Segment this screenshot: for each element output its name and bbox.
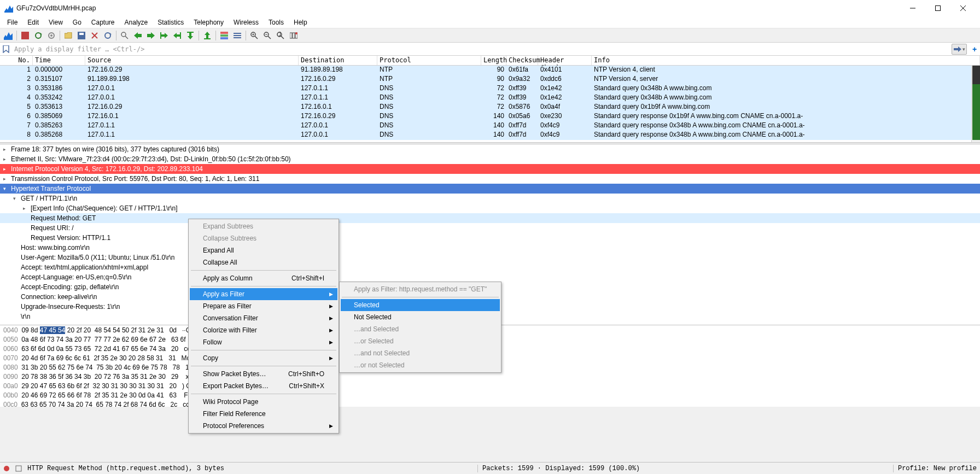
- ctx-wiki-protocol[interactable]: Wiki Protocol Page: [190, 396, 337, 408]
- menu-edit[interactable]: Edit: [22, 17, 44, 27]
- save-file-icon[interactable]: [75, 30, 88, 42]
- detail-request-method[interactable]: Request Method: GET: [0, 213, 980, 223]
- detail-tcp[interactable]: ▸Transmission Control Protocol, Src Port…: [0, 174, 980, 184]
- ctx-apply-column[interactable]: Apply as ColumnCtrl+Shift+I: [190, 272, 337, 284]
- menu-telephony[interactable]: Telephony: [189, 17, 229, 27]
- detail-user-agent[interactable]: User-Agent: Mozilla/5.0 (X11; Ubuntu; Li…: [0, 253, 980, 262]
- go-first-icon[interactable]: [171, 30, 183, 42]
- ctx-copy[interactable]: Copy▶: [190, 352, 337, 364]
- capture-file-icon[interactable]: [15, 465, 22, 472]
- packet-list[interactable]: 10.000000172.16.0.2991.189.89.198NTP900x…: [0, 66, 980, 142]
- column-header-protocol[interactable]: Protocol: [377, 56, 481, 65]
- display-filter-input[interactable]: [12, 43, 952, 55]
- ctx-protocol-prefs[interactable]: Protocol Preferences▶: [190, 420, 337, 432]
- filter-apply-button[interactable]: ▾: [952, 44, 967, 55]
- colorize-icon[interactable]: [218, 30, 230, 42]
- menu-file[interactable]: File: [2, 17, 22, 27]
- detail-ethernet[interactable]: ▸Ethernet II, Src: VMware_7f:23:d4 (00:0…: [0, 154, 980, 164]
- packet-row[interactable]: 70.385263127.0.1.1127.0.0.1DNS1400xff7d0…: [0, 121, 980, 131]
- zoom-out-icon[interactable]: [261, 30, 273, 42]
- svg-point-13: [121, 32, 126, 37]
- svg-text:1: 1: [278, 32, 282, 38]
- svg-rect-18: [204, 38, 211, 39]
- ctx2-selected[interactable]: Selected: [341, 299, 500, 311]
- menu-statistics[interactable]: Statistics: [153, 17, 189, 27]
- menu-wireless[interactable]: Wireless: [229, 17, 264, 27]
- auto-scroll-icon[interactable]: [201, 30, 213, 42]
- packet-row[interactable]: 40.353242127.0.0.1127.0.1.1DNS720xff390x…: [0, 93, 980, 103]
- minimize-button[interactable]: [900, 0, 925, 16]
- packet-row[interactable]: 30.353186127.0.0.1127.0.1.1DNS720xff390x…: [0, 84, 980, 93]
- ctx-show-packet-bytes[interactable]: Show Packet Bytes…Ctrl+Shift+O: [190, 368, 337, 380]
- packet-row[interactable]: 20.31510791.189.89.198172.16.0.29NTP900x…: [0, 75, 980, 84]
- detail-accept-language[interactable]: Accept-Language: en-US,en;q=0.5\r\n: [0, 272, 980, 282]
- zoom-reset-icon[interactable]: 1: [275, 30, 287, 42]
- detail-accept[interactable]: Accept: text/html,application/xhtml+xml,…: [0, 262, 980, 272]
- ctx-conversation-filter[interactable]: Conversation Filter▶: [190, 312, 337, 324]
- svg-rect-15: [160, 32, 161, 39]
- start-capture-icon[interactable]: [2, 30, 14, 42]
- menu-separator: [191, 394, 336, 394]
- window-title: GFu7zOvVdtbUMrHH.pcap: [16, 4, 900, 12]
- ctx-follow[interactable]: Follow▶: [190, 336, 337, 348]
- ctx2-not-selected[interactable]: Not Selected: [341, 311, 500, 323]
- find-packet-icon[interactable]: [119, 30, 131, 42]
- column-header-info[interactable]: Info: [592, 56, 980, 65]
- maximize-button[interactable]: [925, 0, 950, 16]
- detail-host[interactable]: Host: www.bing.com\r\n: [0, 243, 980, 253]
- expert-indicator-icon[interactable]: [3, 465, 10, 472]
- ctx-export-packet-bytes[interactable]: Export Packet Bytes…Ctrl+Shift+X: [190, 380, 337, 392]
- ctx-expand-all[interactable]: Expand All: [190, 244, 337, 256]
- go-to-packet-icon[interactable]: [158, 30, 170, 42]
- autoscroll-live-icon[interactable]: [231, 30, 243, 42]
- detail-request-uri[interactable]: Request URI: /: [0, 223, 980, 233]
- resize-columns-icon[interactable]: [288, 30, 300, 42]
- detail-ip[interactable]: ▸Internet Protocol Version 4, Src: 172.1…: [0, 164, 980, 174]
- packet-row[interactable]: 50.353613172.16.0.29172.16.0.1DNS720x587…: [0, 103, 980, 112]
- svg-rect-40: [16, 466, 21, 471]
- menu-tools[interactable]: Tools: [264, 17, 289, 27]
- zoom-in-icon[interactable]: [248, 30, 260, 42]
- filter-bookmark-icon[interactable]: [0, 43, 12, 55]
- ctx-apply-filter[interactable]: Apply as Filter▶: [190, 288, 337, 300]
- stop-capture-icon[interactable]: [19, 30, 31, 42]
- reload-icon[interactable]: [102, 30, 114, 42]
- column-header-destination[interactable]: Destination: [299, 56, 377, 65]
- menu-separator: [191, 366, 336, 366]
- menu-capture[interactable]: Capture: [86, 17, 120, 27]
- go-last-icon[interactable]: [184, 30, 196, 42]
- detail-expert[interactable]: ▸[Expert Info (Chat/Sequence): GET / HTT…: [0, 203, 980, 213]
- packet-row[interactable]: 60.385069172.16.0.1172.16.0.29DNS1400x05…: [0, 112, 980, 121]
- detail-request-version[interactable]: Request Version: HTTP/1.1: [0, 233, 980, 243]
- column-header-no[interactable]: No.: [0, 56, 33, 65]
- restart-capture-icon[interactable]: [32, 30, 44, 42]
- ctx-collapse-all[interactable]: Collapse All: [190, 256, 337, 268]
- menu-help[interactable]: Help: [289, 17, 312, 27]
- column-header-time[interactable]: Time: [33, 56, 85, 65]
- column-header-source[interactable]: Source: [85, 56, 299, 65]
- svg-rect-23: [234, 35, 241, 36]
- open-file-icon[interactable]: [62, 30, 74, 42]
- detail-get[interactable]: ▾GET / HTTP/1.1\r\n: [0, 194, 980, 203]
- ctx-prepare-filter[interactable]: Prepare as Filter▶: [190, 300, 337, 312]
- packet-row[interactable]: 10.000000172.16.0.2991.189.89.198NTP900x…: [0, 66, 980, 75]
- detail-http[interactable]: ▾Hypertext Transfer Protocol: [0, 184, 980, 194]
- status-profile[interactable]: Profile: New profile: [893, 465, 977, 472]
- capture-options-icon[interactable]: [45, 30, 57, 42]
- close-file-icon[interactable]: [89, 30, 101, 42]
- column-header-hchecksum[interactable]: Header Checksum: [538, 56, 592, 65]
- detail-frame[interactable]: ▸Frame 18: 377 bytes on wire (3016 bits)…: [0, 144, 980, 154]
- go-next-icon[interactable]: [145, 30, 157, 42]
- close-button[interactable]: [950, 0, 976, 16]
- ctx-filter-field-ref[interactable]: Filter Field Reference: [190, 408, 337, 420]
- column-header-length[interactable]: Length: [481, 56, 506, 65]
- menu-analyze[interactable]: Analyze: [120, 17, 153, 27]
- column-header-checksum[interactable]: Checksum: [506, 56, 538, 65]
- toolbar-separator: [116, 31, 116, 40]
- filter-add-button[interactable]: +: [969, 45, 980, 54]
- packet-row[interactable]: 80.385268127.0.1.1127.0.0.1DNS1400xff7d0…: [0, 131, 980, 140]
- ctx-colorize-filter[interactable]: Colorize with Filter▶: [190, 324, 337, 336]
- menu-view[interactable]: View: [44, 17, 68, 27]
- menu-go[interactable]: Go: [68, 17, 86, 27]
- go-prev-icon[interactable]: [132, 30, 144, 42]
